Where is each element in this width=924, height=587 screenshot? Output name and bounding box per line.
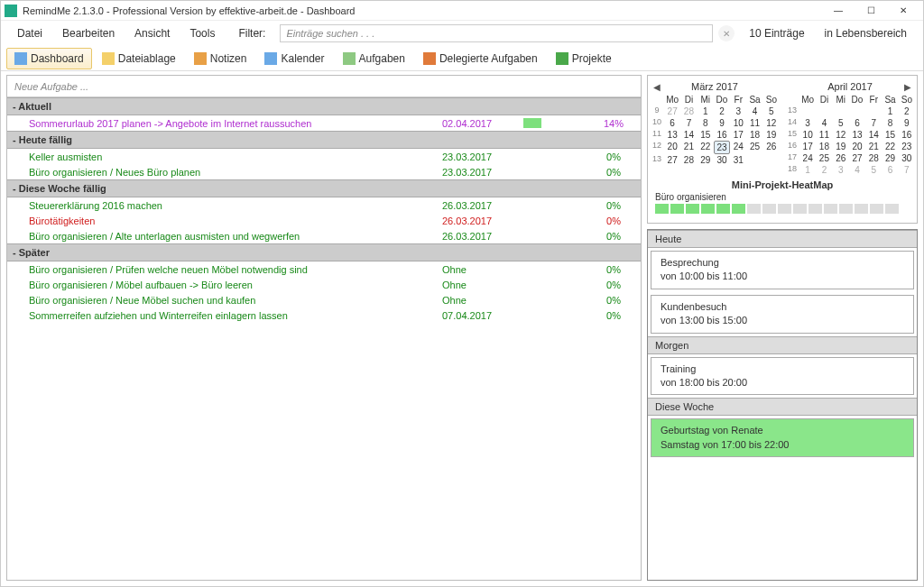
calendar-day[interactable]: 8	[882, 117, 898, 129]
tab-projekte[interactable]: Projekte	[548, 48, 620, 69]
calendar-day[interactable]: 2	[714, 105, 730, 117]
calendar-day[interactable]: 12	[833, 129, 849, 141]
maximize-button[interactable]: ☐	[855, 2, 887, 20]
calendar-day[interactable]: 3	[799, 117, 816, 129]
calendar-day[interactable]: 18	[816, 141, 832, 152]
calendar-day[interactable]: 5	[833, 117, 849, 129]
calendar-day[interactable]: 4	[849, 164, 865, 176]
calendar-day[interactable]: 12	[763, 117, 780, 129]
calendar-day[interactable]: 8	[698, 117, 714, 129]
calendar-day[interactable]: 26	[763, 141, 780, 154]
calendar-day[interactable]: 10	[730, 117, 746, 129]
calendar-day[interactable]: 4	[746, 105, 762, 117]
calendar-day[interactable]: 5	[865, 164, 882, 176]
calendar-day[interactable]: 18	[746, 129, 762, 141]
calendar-day[interactable]: 24	[730, 141, 746, 154]
calendar-prev-icon[interactable]: ◀	[653, 82, 661, 92]
calendar-day[interactable]: 7	[899, 164, 915, 176]
task-row[interactable]: Büro organisieren / Möbel aufbauen -> Bü…	[7, 277, 641, 292]
calendar-day[interactable]: 5	[763, 105, 780, 117]
calendar-day[interactable]: 15	[882, 129, 898, 141]
calendar-day[interactable]: 13	[849, 129, 865, 141]
tab-dateiablage[interactable]: Dateiablage	[94, 48, 184, 69]
calendar-day[interactable]: 26	[833, 152, 849, 164]
tab-dashboard[interactable]: Dashboard	[6, 48, 92, 69]
calendar-day[interactable]: 3	[833, 164, 849, 176]
calendar-day[interactable]: 3	[730, 105, 746, 117]
calendar-day[interactable]: 11	[816, 129, 832, 141]
calendar-day[interactable]: 4	[816, 117, 832, 129]
calendar-day[interactable]: 9	[714, 117, 730, 129]
task-row[interactable]: Büro organisieren / Neue Möbel suchen un…	[7, 292, 641, 307]
tab-kalender[interactable]: Kalender	[256, 48, 332, 69]
calendar-day[interactable]: 21	[680, 141, 697, 154]
task-row[interactable]: Keller ausmisten23.03.20170%	[7, 149, 641, 164]
calendar-day[interactable]: 11	[746, 117, 762, 129]
calendar-next-icon[interactable]: ▶	[904, 82, 911, 92]
task-row[interactable]: Büro organisieren / Neues Büro planen23.…	[7, 164, 641, 179]
group-header[interactable]: - Später	[7, 243, 641, 261]
calendar-day[interactable]: 1	[799, 164, 816, 176]
group-header[interactable]: - Diese Woche fällig	[7, 179, 641, 197]
calendar-day[interactable]: 24	[799, 152, 816, 164]
calendar-day[interactable]: 19	[833, 141, 849, 152]
task-row[interactable]: Sommerurlaub 2017 planen -> Angebote im …	[7, 115, 641, 131]
calendar-day[interactable]: 27	[664, 105, 680, 117]
agenda-item[interactable]: Geburtstag von RenateSamstag von 17:00 b…	[651, 418, 914, 457]
calendar-day[interactable]: 1	[698, 105, 714, 117]
menu-bearbeiten[interactable]: Bearbeiten	[53, 23, 124, 43]
menu-ansicht[interactable]: Ansicht	[125, 23, 179, 43]
calendar-day[interactable]: 7	[865, 117, 882, 129]
calendar-day[interactable]: 30	[714, 154, 730, 166]
task-row[interactable]: Bürotätigkeiten26.03.20170%	[7, 213, 641, 228]
calendar-day[interactable]: 20	[664, 141, 680, 154]
group-header[interactable]: - Heute fällig	[7, 131, 641, 149]
calendar-day[interactable]: 15	[698, 129, 714, 141]
calendar-day[interactable]: 14	[865, 129, 882, 141]
agenda-item[interactable]: Kundenbesuchvon 13:00 bis 15:00	[651, 295, 914, 334]
task-row[interactable]: Büro organisieren / Prüfen welche neuen …	[7, 261, 641, 277]
calendar-day[interactable]: 23	[899, 141, 915, 152]
minimize-button[interactable]: —	[822, 2, 855, 20]
calendar-day[interactable]: 25	[816, 152, 832, 164]
calendar-day[interactable]: 29	[698, 154, 714, 166]
calendar-day[interactable]: 30	[899, 152, 915, 164]
calendar-day[interactable]: 27	[849, 152, 865, 164]
calendar-month-2[interactable]: April 2017▶MoDiMiDoFrSaSo131214345678915…	[785, 79, 915, 176]
calendar-day[interactable]: 28	[680, 154, 697, 166]
task-row[interactable]: Sommerreifen aufziehen und Winterreifen …	[7, 307, 641, 323]
agenda-item[interactable]: Trainingvon 18:00 bis 20:00	[651, 357, 914, 396]
calendar-day[interactable]: 22	[882, 141, 898, 152]
new-task-input[interactable]: Neue Aufgabe ...	[7, 76, 641, 97]
calendar-day[interactable]: 29	[882, 152, 898, 164]
calendar-day[interactable]: 23	[714, 141, 730, 154]
calendar-day[interactable]: 7	[680, 117, 697, 129]
calendar-day[interactable]: 19	[763, 129, 780, 141]
calendar-day[interactable]: 14	[680, 129, 697, 141]
calendar-day[interactable]: 13	[664, 129, 680, 141]
calendar-day[interactable]: 28	[865, 152, 882, 164]
group-header[interactable]: - Aktuell	[7, 97, 641, 115]
calendar-month-1[interactable]: ◀März 2017MoDiMiDoFrSaSo9272812345106789…	[650, 79, 780, 176]
calendar-day[interactable]: 2	[899, 105, 915, 117]
menu-tools[interactable]: Tools	[180, 23, 224, 43]
tab-notizen[interactable]: Notizen	[186, 48, 255, 69]
agenda-item[interactable]: Besprechungvon 10:00 bis 11:00	[651, 251, 914, 289]
calendar-day[interactable]: 1	[882, 105, 898, 117]
calendar-day[interactable]: 21	[865, 141, 882, 152]
calendar-day[interactable]: 6	[664, 117, 680, 129]
calendar-day[interactable]: 27	[664, 154, 680, 166]
menu-datei[interactable]: Datei	[8, 23, 51, 43]
tab-aufgaben[interactable]: Aufgaben	[335, 48, 413, 69]
calendar-day[interactable]: 16	[714, 129, 730, 141]
close-button[interactable]: ✕	[887, 2, 919, 20]
calendar-day[interactable]: 6	[849, 117, 865, 129]
clear-search-icon[interactable]: ✕	[718, 25, 735, 41]
calendar-day[interactable]: 25	[746, 141, 762, 154]
calendar-day[interactable]: 17	[730, 129, 746, 141]
task-row[interactable]: Büro organisieren / Alte unterlagen ausm…	[7, 228, 641, 243]
calendar-day[interactable]: 28	[680, 105, 697, 117]
calendar-day[interactable]: 22	[698, 141, 714, 154]
calendar-day[interactable]: 9	[899, 117, 915, 129]
calendar-day[interactable]: 31	[730, 154, 746, 166]
